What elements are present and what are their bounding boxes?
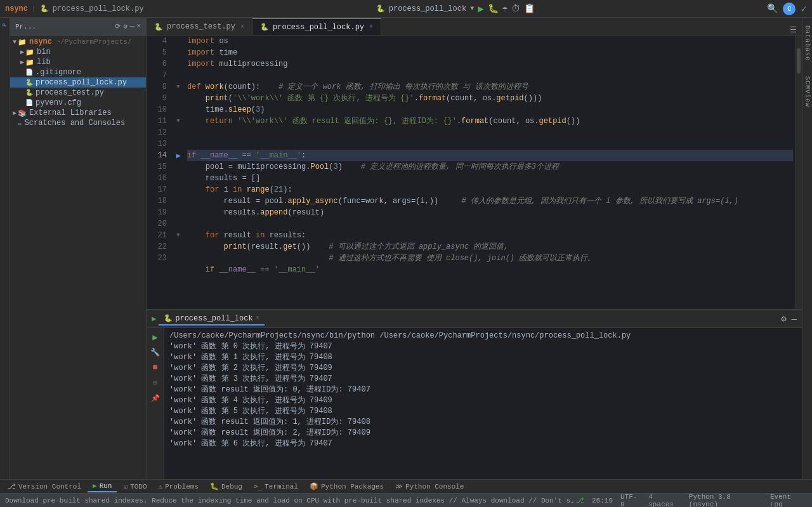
linenum-9: 9: [147, 93, 172, 104]
btab-py-packages-icon: 📦: [310, 482, 318, 491]
console-output-1: 'work' 函数 第 1 次执行, 进程号为 79408: [169, 352, 797, 363]
linenum-16: 16: [147, 173, 172, 184]
tree-item-nsync[interactable]: ▼ 📁 nsync ~/PycharmProjects/: [10, 37, 146, 47]
run-toolbar: ▶ 🔧 ■ ⊞ 📌: [147, 328, 164, 479]
btab-version-control[interactable]: ⎇ Version Control: [3, 481, 86, 492]
run-console[interactable]: /Users/caoke/PycharmProjects/nsync/bin/p…: [164, 328, 802, 479]
tree-item-bin[interactable]: ▶ 📁 bin: [10, 47, 146, 57]
btab-terminal[interactable]: >_ Terminal: [249, 481, 303, 492]
run-settings-icon[interactable]: ⚙: [781, 313, 786, 324]
vcs-status[interactable]: ⎇: [576, 496, 584, 504]
code-line-7: [187, 70, 793, 81]
notification-content: Download pre-built shared indexes. Reduc…: [5, 497, 576, 504]
console-output-2: 'work' 函数 第 2 次执行, 进程号为 79409: [169, 363, 797, 374]
code-editor: 4 5 6 7 8 9 10 11 12 13 14 15 16 17 18 1…: [147, 36, 802, 309]
code-line-23: # 通过这种方式也不再需要 使用 close(), join() 函数就可以正常…: [187, 253, 793, 264]
tree-item-process-test[interactable]: 🐍 process_test.py: [10, 88, 146, 98]
run-layout-button[interactable]: ⊞: [149, 376, 162, 389]
editor-scrollbar-thumb[interactable]: [797, 48, 801, 74]
code-line-15: pool = multiprocessing.Pool(3) # 定义进程池的进…: [187, 161, 793, 173]
project-collapse-icon[interactable]: —: [130, 22, 134, 30]
linenum-18: 18: [147, 195, 172, 207]
tab-process-test[interactable]: 🐍 process_test.py ×: [147, 18, 252, 35]
editor-scrollbar[interactable]: [796, 36, 802, 309]
event-log-status[interactable]: Event Log: [770, 493, 807, 508]
line-col-status[interactable]: 26:19: [592, 497, 613, 504]
run-tasks-button[interactable]: 📋: [524, 3, 535, 14]
indicator-19: [172, 207, 185, 218]
python-status[interactable]: Python 3.8 (nsync): [689, 493, 763, 508]
run-content-area: ▶ 🔧 ■ ⊞ 📌 /Users/caoke/PycharmProjects/n…: [147, 328, 802, 479]
run-tools-button[interactable]: 🔧: [149, 346, 162, 359]
project-settings-icon[interactable]: ⚙: [123, 22, 128, 30]
tab-close-process-test[interactable]: ×: [240, 23, 244, 30]
structure-icon[interactable]: ☰: [790, 25, 797, 35]
search-icon[interactable]: 🔍: [767, 3, 778, 14]
project-sync-icon[interactable]: ⟳: [115, 22, 121, 30]
btab-problems[interactable]: ⚠ Problems: [154, 481, 204, 492]
code-line-22: print(result.get()) # 可以通过这个方式返回 apply_a…: [187, 241, 793, 253]
indicator-8: ▼: [172, 81, 185, 93]
statusbar: Download pre-built shared indexes. Reduc…: [0, 493, 812, 507]
tree-item-external-libraries[interactable]: ▶ 📚 External Libraries: [10, 108, 146, 118]
indent-status[interactable]: 4 spaces: [648, 493, 681, 508]
debug-button[interactable]: 🐛: [488, 3, 499, 14]
console-output-3: 'work' 函数 第 3 次执行, 进程号为 79407: [169, 374, 797, 385]
coverage-button[interactable]: ☂: [502, 3, 508, 14]
code-line-4: import os: [187, 36, 793, 47]
active-file-icon: 🐍: [40, 4, 49, 13]
run-button[interactable]: ▶: [478, 3, 484, 15]
indicator-14[interactable]: ▶: [172, 150, 185, 161]
project-close-icon[interactable]: ×: [136, 22, 141, 30]
linenum-4: 4: [147, 36, 172, 47]
user-icon[interactable]: C: [783, 3, 796, 15]
profile-button[interactable]: ⏱: [511, 4, 520, 14]
linenum-14: 14: [147, 150, 172, 161]
topbar: nsync | 🐍 process_poll_lock.py 🐍 process…: [0, 0, 812, 18]
btab-python-console[interactable]: ≫ Python Console: [390, 481, 469, 492]
code-line-10: time.sleep(3): [187, 104, 793, 115]
tree-item-scratches[interactable]: ▶ ✏ Scratches and Consoles: [10, 118, 146, 128]
encoding-status[interactable]: UTF-8: [620, 493, 641, 508]
run-stop-button[interactable]: ■: [149, 361, 162, 374]
linenum-15: 15: [147, 161, 172, 173]
run-pin-button[interactable]: 📌: [149, 392, 162, 404]
tab-name-process-test: process_test.py: [167, 22, 235, 31]
code-line-21: for result in results:: [187, 230, 793, 241]
indicator-6: [172, 58, 185, 70]
tree-item-pyvenv[interactable]: 📄 pyvenv.cfg: [10, 98, 146, 108]
project-title: Pr...: [15, 23, 36, 30]
indicator-16: [172, 173, 185, 184]
btab-todo[interactable]: ☑ TODO: [118, 481, 152, 492]
btab-python-packages[interactable]: 📦 Python Packages: [304, 481, 389, 492]
run-minimize-icon[interactable]: —: [792, 314, 797, 324]
right-tab-database[interactable]: Database: [802, 20, 812, 66]
tree-item-lib[interactable]: ▶ 📁 lib: [10, 57, 146, 67]
tree-item-gitignore[interactable]: 📄 .gitignore: [10, 67, 146, 77]
linenum-22: 22: [147, 241, 172, 253]
linenum-19: 19: [147, 207, 172, 218]
project-icon[interactable]: P: [1, 20, 10, 29]
code-line-18: result = pool.apply_async(func=work, arg…: [187, 195, 793, 207]
notification-text[interactable]: Download pre-built shared indexes. Reduc…: [5, 497, 576, 504]
tab-process-poll-lock[interactable]: 🐍 process_poll_lock.py ×: [252, 18, 381, 35]
run-tab-process-poll-lock[interactable]: 🐍 process_poll_lock ×: [159, 313, 264, 326]
indicator-10: [172, 104, 185, 115]
code-content[interactable]: import os import time import multiproces…: [185, 36, 796, 309]
python-value: Python 3.8 (nsync): [689, 493, 763, 508]
code-line-8: def work(count): # 定义一个 work 函数, 打印输出 每次…: [187, 81, 793, 93]
tab-close-process-poll-lock[interactable]: ×: [369, 23, 373, 30]
project-tree: ▼ 📁 nsync ~/PycharmProjects/ ▶ 📁 bin ▶ 📁…: [10, 36, 146, 479]
linenum-12: 12: [147, 127, 172, 138]
indicator-18: [172, 195, 185, 207]
run-tab-close[interactable]: ×: [256, 315, 259, 322]
tree-item-process-poll-lock[interactable]: 🐍 process_poll_lock.py: [10, 77, 146, 88]
right-tab-scmview[interactable]: SCMView: [802, 71, 812, 112]
code-line-16: results = []: [187, 173, 793, 184]
run-config-arrow[interactable]: ▼: [470, 5, 474, 12]
run-play-button[interactable]: ▶: [149, 331, 162, 343]
indicator-13: [172, 138, 185, 150]
btab-run[interactable]: ▶ Run: [88, 480, 117, 492]
indicator-17: [172, 184, 185, 195]
btab-debug[interactable]: 🐛 Debug: [205, 481, 247, 492]
